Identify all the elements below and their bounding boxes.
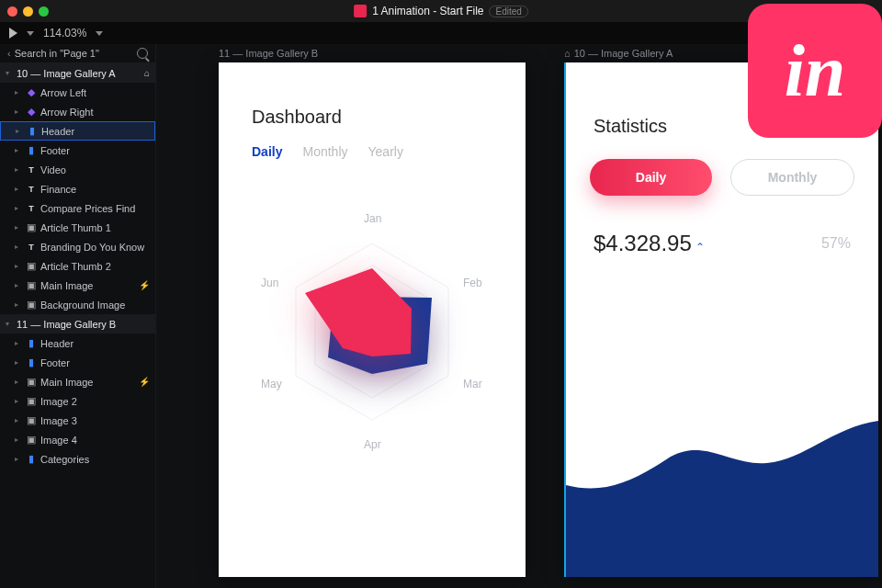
tree-item[interactable]: ▸▮Header: [0, 121, 155, 141]
layers-sidebar: ‹ Search in "Page 1" ▾10 — Image Gallery…: [0, 44, 156, 588]
bolt-icon: ⚡: [139, 280, 150, 290]
artboard-label[interactable]: 11 — Image Gallery B: [219, 48, 318, 59]
tree-item[interactable]: ▸▣Image 3: [0, 411, 155, 430]
artboard-statistics[interactable]: Statistics Daily Monthly $4.328.95⌃ 57%: [564, 62, 878, 577]
dashboard-tabs: Daily Monthly Yearly: [219, 144, 526, 168]
maximize-window-button[interactable]: [39, 6, 49, 17]
back-icon[interactable]: ‹: [7, 48, 11, 59]
zoom-level[interactable]: 114.03%: [43, 27, 86, 40]
tab-daily[interactable]: Daily: [252, 144, 282, 159]
home-icon: ⌂: [564, 48, 571, 59]
play-dropdown-icon[interactable]: [27, 31, 34, 36]
tree-item[interactable]: ▸▮Header: [0, 334, 155, 353]
artboard-label[interactable]: ⌂10 — Image Gallery A: [564, 48, 673, 59]
document-icon: [354, 5, 367, 17]
tree-item[interactable]: ▸▮Footer: [0, 141, 155, 160]
search-row[interactable]: ‹ Search in "Page 1": [0, 44, 155, 63]
tree-item[interactable]: ▸▮Footer: [0, 353, 155, 372]
edited-badge: Edited: [490, 6, 528, 17]
amount: $4.328.95⌃: [594, 231, 705, 256]
play-icon[interactable]: [9, 28, 17, 39]
tree-item[interactable]: ▸▣Main Image⚡: [0, 372, 155, 391]
tab-monthly[interactable]: Monthly: [302, 144, 347, 159]
tree-item[interactable]: ▸TBranding Do You Know: [0, 237, 155, 256]
radar-label-jan: Jan: [364, 212, 381, 225]
statistics-title: Statistics: [594, 116, 667, 137]
pill-monthly[interactable]: Monthly: [730, 159, 854, 196]
tree-item[interactable]: ▸▣Background Image: [0, 295, 155, 314]
minimize-window-button[interactable]: [23, 6, 33, 17]
tree-item[interactable]: ▸TFinance: [0, 179, 155, 198]
svg-marker-4: [305, 268, 412, 356]
tree-item[interactable]: ▸◆Arrow Right: [0, 102, 155, 121]
tree-section[interactable]: ▾10 — Image Gallery A⌂: [0, 63, 155, 83]
radar-label-apr: Apr: [364, 438, 381, 451]
tree-item[interactable]: ▸TVideo: [0, 160, 155, 179]
tree-item[interactable]: ▸▣Image 2: [0, 391, 155, 411]
traffic-lights: [7, 6, 49, 17]
trend-up-icon: ⌃: [695, 241, 705, 254]
radar-label-may: May: [261, 378, 282, 390]
artboard-dashboard[interactable]: Dashboard Daily Monthly Yearly Jan: [219, 62, 526, 577]
area-chart: [566, 375, 878, 577]
percent: 57%: [821, 235, 851, 252]
tab-yearly[interactable]: Yearly: [368, 144, 403, 159]
search-icon[interactable]: [137, 48, 148, 59]
tree-section[interactable]: ▾11 — Image Gallery B: [0, 314, 155, 334]
pill-daily[interactable]: Daily: [590, 159, 712, 196]
search-input[interactable]: Search in "Page 1": [15, 48, 133, 59]
radar-chart: Jan Feb Mar Apr May Jun: [219, 168, 526, 481]
radar-label-jun: Jun: [261, 277, 278, 289]
radar-label-feb: Feb: [463, 277, 482, 289]
tree-item[interactable]: ▸▣Article Thumb 1: [0, 218, 155, 237]
tree-item[interactable]: ▸◆Arrow Left: [0, 83, 155, 102]
tree-item[interactable]: ▸▣Main Image⚡: [0, 276, 155, 295]
bolt-icon: ⚡: [139, 377, 150, 387]
tree-item[interactable]: ▸▣Image 4: [0, 430, 155, 449]
tree-item[interactable]: ▸▣Article Thumb 2: [0, 256, 155, 276]
home-icon: ⌂: [144, 68, 150, 78]
close-window-button[interactable]: [7, 6, 17, 17]
invision-logo: in: [748, 4, 882, 138]
dashboard-title: Dashboard: [219, 62, 526, 144]
radar-label-mar: Mar: [463, 378, 482, 390]
document-title: 1 Animation - Start File: [372, 5, 483, 17]
zoom-dropdown-icon[interactable]: [96, 31, 103, 36]
tree-item[interactable]: ▸TCompare Prices Find: [0, 198, 155, 218]
layers-tree: ▾10 — Image Gallery A⌂▸◆Arrow Left▸◆Arro…: [0, 63, 155, 588]
tree-item[interactable]: ▸▮Categories: [0, 449, 155, 469]
